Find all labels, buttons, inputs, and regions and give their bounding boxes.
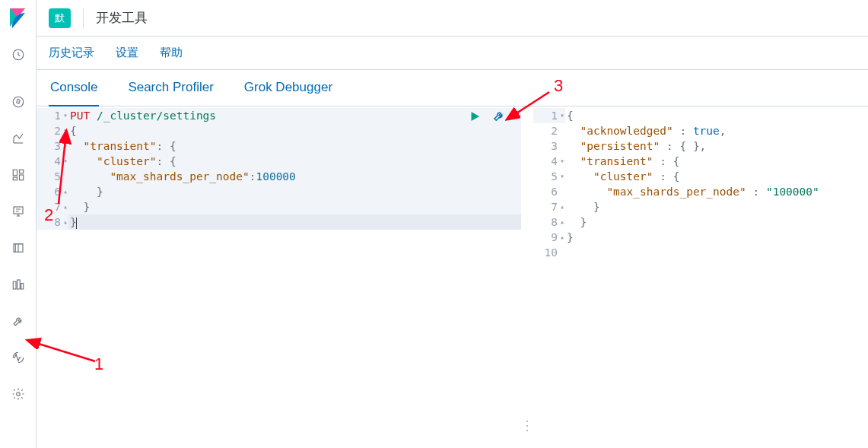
main-area: 默 开发工具 历史记录 设置 帮助 Console Search Profile…: [37, 0, 868, 448]
kibana-logo[interactable]: [0, 0, 37, 37]
canvas-icon[interactable]: [0, 193, 37, 230]
svg-point-13: [526, 425, 528, 427]
svg-rect-8: [13, 281, 16, 289]
tab-grok-debugger[interactable]: Grok Debugger: [243, 70, 334, 106]
submenu-settings[interactable]: 设置: [116, 46, 138, 60]
editor-area: 1▾PUT /_cluster/settings 2▾{ 3▾ "transie…: [37, 106, 868, 448]
svg-rect-3: [19, 170, 23, 173]
svg-point-12: [526, 421, 528, 422]
monitoring-icon[interactable]: [0, 339, 37, 376]
visualize-icon[interactable]: [0, 120, 37, 157]
maps-icon[interactable]: [0, 230, 37, 266]
ml-icon[interactable]: [0, 266, 37, 303]
discover-icon[interactable]: [0, 84, 37, 120]
svg-rect-5: [13, 177, 17, 180]
svg-point-1: [13, 97, 24, 107]
options-icon[interactable]: [492, 110, 506, 126]
side-nav: [0, 0, 37, 448]
svg-rect-9: [17, 280, 20, 289]
recent-icon[interactable]: [0, 37, 37, 73]
dashboard-icon[interactable]: [0, 157, 37, 193]
submenu-history[interactable]: 历史记录: [49, 46, 94, 60]
top-bar: 默 开发工具: [37, 0, 868, 37]
svg-rect-2: [13, 170, 17, 176]
pane-divider[interactable]: [521, 106, 533, 448]
svg-rect-6: [14, 207, 23, 214]
management-icon[interactable]: [0, 376, 37, 412]
http-method: PUT: [70, 110, 90, 122]
svg-point-11: [16, 392, 20, 396]
svg-rect-4: [19, 175, 23, 180]
run-icon[interactable]: [468, 110, 482, 126]
sub-menu: 历史记录 设置 帮助: [37, 37, 868, 70]
svg-point-14: [526, 430, 528, 431]
tab-console[interactable]: Console: [49, 70, 99, 106]
space-badge[interactable]: 默: [49, 8, 71, 28]
svg-rect-10: [21, 284, 23, 290]
response-viewer[interactable]: 1▾{ 2 "acknowledged" : true, 3 "persiste…: [533, 106, 868, 448]
devtools-icon[interactable]: [0, 303, 37, 339]
request-editor[interactable]: 1▾PUT /_cluster/settings 2▾{ 3▾ "transie…: [37, 106, 521, 448]
http-path: /_cluster/settings: [97, 110, 216, 122]
tab-search-profiler[interactable]: Search Profiler: [126, 70, 215, 106]
page-title: 开发工具: [96, 9, 148, 27]
submenu-help[interactable]: 帮助: [160, 46, 183, 60]
tabs: Console Search Profiler Grok Debugger: [37, 70, 868, 106]
